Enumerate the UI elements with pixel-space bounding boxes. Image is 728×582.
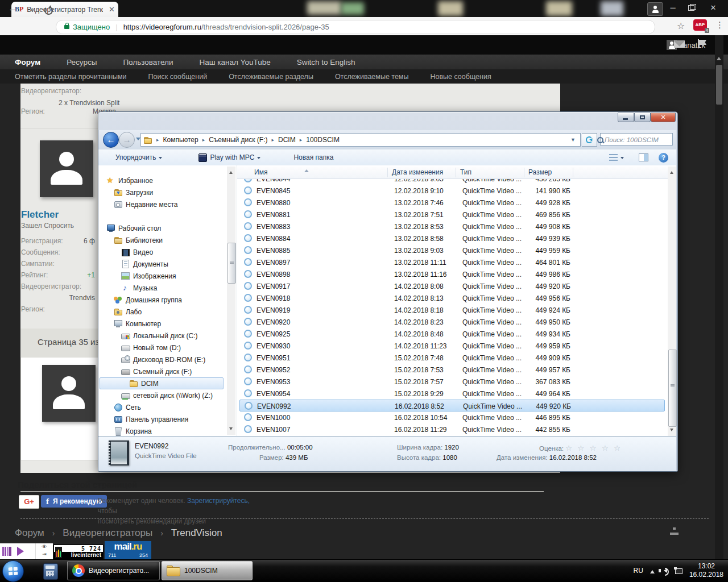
file-row[interactable]: EVEN091714.02.2018 8:08QuickTime Video .… [239, 280, 665, 292]
volume-icon[interactable] [661, 568, 667, 573]
explorer-refresh-button[interactable] [582, 133, 597, 147]
browser-reload-icon[interactable] [44, 6, 53, 15]
browser-scrollbar[interactable] [715, 35, 723, 559]
file-row[interactable]: EVEN088413.02.2018 8:58QuickTime Video .… [239, 232, 665, 244]
sidebar-item-Лабо[interactable]: Лабо [100, 306, 238, 318]
file-row[interactable]: EVEN099216.02.2018 8:52QuickTime Video .… [239, 400, 665, 411]
help-button[interactable]: ? [659, 153, 668, 163]
mailru-counter[interactable]: mail.ru 711254 [105, 541, 151, 559]
address-dropdown-icon[interactable]: ▼ [570, 137, 580, 143]
sidebar-item-Документы[interactable]: Документы [100, 258, 245, 270]
hidden-icons-chevron[interactable] [650, 568, 655, 573]
address-bar[interactable]: Защищено | https://videoregforum.ru/thre… [56, 20, 655, 34]
explorer-task-button[interactable]: 100DSCIM [162, 561, 253, 580]
sidebar-item-Локальный диск (C:)[interactable]: Локальный диск (C:) [100, 330, 245, 342]
explorer-maximize-button[interactable] [634, 113, 651, 122]
subnav-item[interactable]: Отметить разделы прочитанными [15, 73, 127, 81]
language-indicator[interactable]: RU [634, 567, 643, 575]
file-row[interactable]: EVEN095215.02.2018 7:53QuickTime Video .… [239, 364, 665, 376]
scroll-up-icon[interactable] [670, 169, 673, 174]
scroll-down-icon[interactable] [229, 427, 233, 432]
history-chevron-icon[interactable] [136, 138, 140, 143]
scroll-down-icon[interactable] [670, 429, 673, 433]
preview-pane-button[interactable] [639, 153, 648, 161]
column-resize-handle[interactable] [456, 168, 456, 177]
sidebar-item-Новый том (D:)[interactable]: Новый том (D:) [100, 342, 245, 354]
adblock-extension-icon[interactable]: ABP4 [693, 19, 707, 31]
nav-item-Наш канал YouTube[interactable]: Наш канал YouTube [200, 58, 271, 66]
browser-restore-button[interactable] [682, 0, 700, 16]
alerts-flag-icon[interactable] [698, 39, 699, 48]
liveinternet-counter[interactable]: 5 724 liveinternet [53, 544, 104, 559]
file-row[interactable]: EVEN088513.02.2018 9:03QuickTime Video .… [239, 244, 665, 256]
address-segment[interactable]: Съемный диск (F:) [208, 136, 268, 144]
sidebar-item-Дисковод BD-ROM (E:)[interactable]: Дисковод BD-ROM (E:) [100, 354, 245, 365]
chrome-task-button[interactable]: Видеорегистрато... [67, 561, 160, 580]
avatar[interactable] [42, 365, 96, 422]
inbox-envelope-icon[interactable] [674, 40, 685, 48]
browser-forward-icon[interactable]: → [25, 3, 35, 14]
file-row[interactable]: EVEN091914.02.2018 8:18QuickTime Video .… [239, 304, 665, 316]
file-row[interactable]: EVEN095115.02.2018 7:48QuickTime Video .… [239, 352, 665, 364]
subnav-item[interactable]: Отслеживаемые темы [335, 73, 409, 81]
column-resize-handle[interactable] [387, 168, 388, 177]
subnav-item[interactable]: Поиск сообщений [148, 73, 208, 81]
browser-back-icon[interactable]: ← [8, 3, 18, 14]
sidebar-item-DCIM[interactable]: DCIM [100, 377, 224, 389]
column-resize-handle[interactable] [524, 168, 524, 177]
scroll-up-icon[interactable] [229, 169, 233, 174]
file-row[interactable]: EVEN089813.02.2018 11:16QuickTime Video … [239, 268, 665, 280]
nav-item-Ресурсы[interactable]: Ресурсы [67, 58, 97, 66]
file-row[interactable]: EVEN088113.02.2018 7:51QuickTime Video .… [239, 209, 665, 221]
nav-item-Switch to English[interactable]: Switch to English [297, 58, 355, 66]
avatar[interactable] [40, 140, 93, 197]
start-button[interactable] [2, 560, 24, 582]
browser-minimize-button[interactable]: ─ [664, 0, 681, 16]
column-header-size[interactable]: Размер [528, 168, 552, 176]
chrome-menu-icon[interactable]: ⋮ [715, 20, 724, 30]
column-resize-handle[interactable] [573, 168, 573, 177]
post-author-name[interactable]: Fletcher [21, 209, 59, 221]
sidebar-item-Видео[interactable]: Видео [100, 246, 245, 258]
network-icon[interactable] [674, 567, 682, 574]
sidebar-item-Сеть[interactable]: Сеть [100, 401, 238, 413]
breadcrumb-item[interactable]: Форум [15, 527, 44, 539]
sidebar-item-Недавние места[interactable]: Недавние места [100, 198, 238, 210]
file-row[interactable]: EVEN092014.02.2018 8:23QuickTime Video .… [239, 316, 665, 328]
sidebar-item-Изображения[interactable]: Изображения [100, 270, 245, 282]
explorer-close-button[interactable]: ✕ [651, 113, 676, 122]
calculator-taskbar-icon[interactable] [43, 563, 58, 580]
address-segment[interactable]: 100DSCIM [305, 136, 341, 144]
explorer-breadcrumb-bar[interactable]: ▸Компьютер▸Съемный диск (F:)▸DCIM▸100DSC… [140, 133, 581, 147]
sidebar-item-сетевой диск (\\Work) (Z:)[interactable]: сетевой диск (\\Work) (Z:) [100, 389, 245, 401]
file-row[interactable]: EVEN088013.02.2018 7:46QuickTime Video .… [239, 197, 665, 209]
tab-close-icon[interactable]: ✕ [109, 6, 115, 13]
play-with-mpc-button[interactable]: Play with MPC [198, 153, 260, 162]
file-row[interactable]: EVEN093014.02.2018 11:23QuickTime Video … [239, 340, 665, 352]
taskbar-clock[interactable]: 13:0216.02.2018 [689, 562, 723, 579]
change-view-button[interactable] [609, 154, 624, 161]
file-row[interactable]: EVEN084512.02.2018 9:10QuickTime Video .… [239, 185, 665, 197]
scroll-thumb[interactable] [668, 350, 677, 427]
sidebar-item-Рабочий стол[interactable]: Рабочий стол [100, 222, 230, 234]
visibility-widget[interactable]: 👁⇥ [35, 543, 53, 559]
explorer-forward-button[interactable]: → [119, 132, 135, 148]
address-segment[interactable]: Компьютер [162, 136, 200, 144]
nav-item-Форум[interactable]: Форум [15, 58, 40, 66]
sidebar-item-Корзина[interactable]: Корзина [100, 425, 238, 437]
address-segment[interactable]: DCIM [277, 136, 297, 144]
breadcrumb-item[interactable]: Видеорегистраторы [63, 527, 152, 539]
new-folder-button[interactable]: Новая папка [293, 153, 333, 161]
sidebar-item-Музыка[interactable]: Музыка [100, 282, 245, 294]
file-row[interactable]: EVEN088313.02.2018 8:53QuickTime Video .… [239, 221, 665, 232]
breadcrumb-item[interactable]: TrendVision [171, 527, 222, 539]
file-list-scrollbar[interactable] [668, 167, 676, 436]
file-row[interactable]: EVEN095315.02.2018 7:57QuickTime Video .… [239, 376, 665, 388]
register-link[interactable]: Зарегистрируйтесь, [187, 497, 250, 505]
subnav-item[interactable]: Отслеживаемые разделы [229, 73, 313, 81]
browser-close-button[interactable]: ✕ [701, 0, 726, 16]
sidebar-item-Загрузки[interactable]: Загрузки [100, 186, 238, 198]
column-header-date[interactable]: Дата изменения [392, 168, 443, 176]
scroll-thumb[interactable] [716, 65, 722, 105]
organize-button[interactable]: Упорядочить [115, 153, 162, 161]
